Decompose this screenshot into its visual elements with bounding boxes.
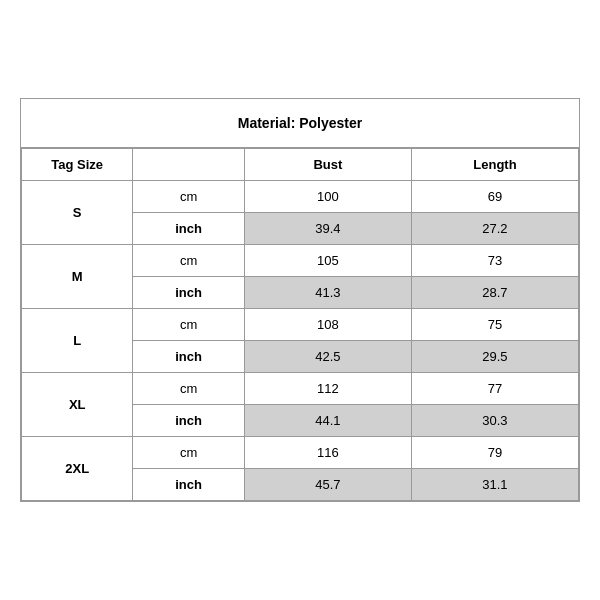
size-chart-container: Material: Polyester Tag Size Bust Length…	[20, 98, 580, 502]
size-tag: XL	[22, 373, 133, 437]
bust-inch: 39.4	[244, 213, 411, 245]
header-bust: Bust	[244, 149, 411, 181]
unit-inch: inch	[133, 469, 244, 501]
length-inch: 31.1	[411, 469, 578, 501]
bust-inch: 41.3	[244, 277, 411, 309]
unit-cm: cm	[133, 309, 244, 341]
unit-cm: cm	[133, 181, 244, 213]
length-inch: 30.3	[411, 405, 578, 437]
unit-inch: inch	[133, 213, 244, 245]
size-tag: L	[22, 309, 133, 373]
length-cm: 75	[411, 309, 578, 341]
bust-inch: 42.5	[244, 341, 411, 373]
unit-cm: cm	[133, 373, 244, 405]
length-inch: 27.2	[411, 213, 578, 245]
chart-title: Material: Polyester	[21, 99, 579, 148]
bust-inch: 44.1	[244, 405, 411, 437]
table-row: Mcm10573	[22, 245, 579, 277]
header-length: Length	[411, 149, 578, 181]
size-tag: M	[22, 245, 133, 309]
table-row: Lcm10875	[22, 309, 579, 341]
bust-cm: 116	[244, 437, 411, 469]
length-inch: 28.7	[411, 277, 578, 309]
unit-inch: inch	[133, 277, 244, 309]
unit-cm: cm	[133, 245, 244, 277]
bust-cm: 100	[244, 181, 411, 213]
table-row: XLcm11277	[22, 373, 579, 405]
length-inch: 29.5	[411, 341, 578, 373]
header-empty	[133, 149, 244, 181]
bust-cm: 108	[244, 309, 411, 341]
unit-cm: cm	[133, 437, 244, 469]
length-cm: 73	[411, 245, 578, 277]
bust-cm: 112	[244, 373, 411, 405]
size-tag: 2XL	[22, 437, 133, 501]
length-cm: 77	[411, 373, 578, 405]
length-cm: 79	[411, 437, 578, 469]
bust-inch: 45.7	[244, 469, 411, 501]
header-tag-size: Tag Size	[22, 149, 133, 181]
size-table: Tag Size Bust Length Scm10069inch39.427.…	[21, 148, 579, 501]
table-row: Scm10069	[22, 181, 579, 213]
bust-cm: 105	[244, 245, 411, 277]
unit-inch: inch	[133, 341, 244, 373]
table-header-row: Tag Size Bust Length	[22, 149, 579, 181]
length-cm: 69	[411, 181, 578, 213]
size-tag: S	[22, 181, 133, 245]
unit-inch: inch	[133, 405, 244, 437]
table-row: 2XLcm11679	[22, 437, 579, 469]
